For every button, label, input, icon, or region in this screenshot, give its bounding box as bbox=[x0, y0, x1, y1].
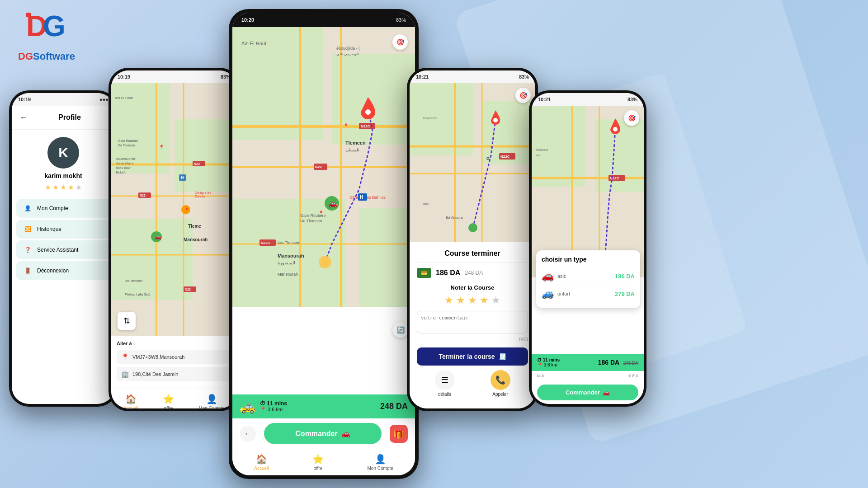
gift-button[interactable]: 🎁 bbox=[390, 425, 408, 443]
appeler-label: Appeler bbox=[492, 392, 508, 397]
directions-button[interactable]: ⇅ bbox=[118, 312, 136, 330]
price-main: 186 DA bbox=[436, 269, 460, 277]
menu-historique[interactable]: 🔀 Historique bbox=[16, 220, 110, 239]
status-bar-profile: 10:19 ●●● bbox=[12, 93, 115, 106]
price-old: 248 DA bbox=[465, 270, 483, 276]
nav-bar-map1: 🏠 Accueil ⭐ offre 👤 Mon Compte bbox=[111, 389, 237, 408]
locate-button-type[interactable]: 🎯 bbox=[624, 110, 639, 126]
svg-text:H: H bbox=[360, 195, 363, 200]
svg-text:🚗: 🚗 bbox=[328, 199, 337, 208]
menu-deconnexion[interactable]: 🚪 Déconnexion bbox=[16, 261, 110, 280]
type-commander-button[interactable]: Commander 🚗 bbox=[537, 385, 638, 400]
svg-text:📍: 📍 bbox=[343, 123, 349, 129]
nav-mon-compte[interactable]: 👤 Mon Compte bbox=[199, 394, 225, 408]
commander-button[interactable]: Commander 🚗 bbox=[264, 423, 382, 444]
svg-text:🚗: 🚗 bbox=[155, 233, 161, 240]
type-row-basic[interactable]: 🚗 asic 186 DA bbox=[542, 267, 635, 285]
avatar: K bbox=[47, 137, 79, 169]
rating-stars: ★ ★ ★ ★ ★ bbox=[417, 295, 528, 306]
appeler-button[interactable]: 📞 Appeler bbox=[491, 370, 510, 397]
menu-mon-compte[interactable]: 👤 Mon Compte bbox=[16, 199, 110, 218]
notch-area: 10:20 83% bbox=[232, 13, 415, 27]
details-label: détails bbox=[438, 392, 451, 397]
svg-text:en: en bbox=[536, 154, 540, 157]
dest-input-1[interactable]: 📍 VMJ7+3W8,Mansourah bbox=[117, 350, 231, 364]
svg-text:📍: 📍 bbox=[318, 210, 324, 216]
nav-offre[interactable]: ⭐ offre bbox=[163, 394, 174, 408]
nav-offre-main[interactable]: ⭐ offre bbox=[312, 454, 324, 471]
type-commander-row: Commander 🚗 bbox=[532, 381, 644, 404]
svg-point-69 bbox=[365, 109, 371, 115]
svg-rect-77 bbox=[410, 83, 473, 155]
status-bar-type: 10:21 83% bbox=[532, 93, 644, 106]
price-row: 💳 186 DA 248 DA bbox=[417, 268, 528, 278]
account-icon: 👤 bbox=[23, 203, 33, 213]
svg-text:H: H bbox=[181, 175, 184, 180]
back-button-main[interactable]: ← bbox=[240, 426, 256, 442]
modal-title: Course terminer bbox=[417, 249, 528, 263]
brand-name: DGSoftware bbox=[18, 51, 75, 62]
svg-text:Routiere: Routiere bbox=[423, 116, 437, 120]
comment-input[interactable] bbox=[417, 311, 528, 333]
phone-course: 10:21 83% G Routiere bbox=[407, 68, 538, 411]
time-display: 10:20 bbox=[241, 17, 254, 23]
svg-text:المنصورة: المنصورة bbox=[278, 260, 295, 266]
trip-info-bar: 🚕 ⏱ 11 mins 📍 3.6 km 248 DA bbox=[232, 394, 415, 418]
svg-rect-2 bbox=[26, 13, 31, 17]
menu-service-assistant[interactable]: ❓ Service Assistant bbox=[16, 240, 110, 259]
battery-display: 83% bbox=[396, 17, 406, 23]
nav-mon-compte-main[interactable]: 👤 Mon Compte bbox=[368, 454, 393, 471]
menu-label: Service Assistant bbox=[37, 247, 78, 253]
trip-distance: 📍 3.6 km bbox=[260, 407, 376, 413]
dest-text-2: 198,Cité Des Jasmin bbox=[132, 371, 179, 377]
refresh-button[interactable]: 🔄 bbox=[392, 322, 409, 338]
person-icon: 👤 bbox=[375, 454, 386, 465]
nav-accueil-main[interactable]: 🏠 Accueil bbox=[254, 454, 269, 471]
svg-text:N22C: N22C bbox=[261, 241, 270, 245]
locate-button-course[interactable]: 🎯 bbox=[515, 88, 531, 103]
svg-text:ثانوية ريبي علي: ثانوية ريبي علي bbox=[336, 52, 359, 56]
dest-input-2[interactable]: 🏢 198,Cité Des Jasmin bbox=[117, 367, 231, 381]
type-trip-price-old: 248 DA bbox=[623, 361, 638, 366]
svg-text:Tlemcen: Tlemcen bbox=[345, 140, 366, 145]
svg-text:N22: N22 bbox=[315, 165, 322, 169]
svg-text:Nouveau Pôle: Nouveau Pôle bbox=[116, 157, 136, 160]
svg-text:Plateau Lalla Setti: Plateau Lalla Setti bbox=[125, 293, 151, 296]
svg-text:Ain El Hout: Ain El Hout bbox=[115, 96, 133, 100]
back-button[interactable]: ← bbox=[17, 111, 30, 124]
logout-icon: 🚪 bbox=[23, 266, 33, 276]
svg-text:Abou Bakr: Abou Bakr bbox=[116, 166, 131, 169]
terminer-button[interactable]: Terminer la course 🧾 bbox=[417, 347, 528, 366]
nav-label: Mon Compte bbox=[368, 466, 393, 471]
status-bar-course: 10:21 83% bbox=[410, 70, 535, 83]
phone-main: 10:20 83% bbox=[229, 9, 419, 479]
type-price-confort: 279 DA bbox=[615, 291, 635, 297]
help-icon: ❓ bbox=[23, 245, 33, 255]
trip-price: 248 DA bbox=[380, 402, 408, 411]
nav-accueil[interactable]: 🏠 Accueil bbox=[123, 394, 138, 408]
type-panel-title: choisir un type bbox=[542, 256, 635, 263]
noter-label: Noter la Course bbox=[417, 284, 528, 291]
nav-label: Mon Compte bbox=[199, 406, 225, 408]
user-name: karim mokht bbox=[12, 172, 115, 179]
svg-text:ibis Tlemcen: ibis Tlemcen bbox=[278, 240, 300, 245]
svg-text:Mansourah: Mansourah bbox=[278, 253, 304, 258]
svg-text:تلمسان: تلمسان bbox=[345, 147, 359, 152]
type-row-confort[interactable]: 🚙 onfort 279 DA bbox=[542, 285, 635, 302]
svg-text:Mansourah: Mansourah bbox=[184, 237, 208, 242]
destination-form: Aller à : 📍 VMJ7+3W8,Mansourah 🏢 198,Cit… bbox=[111, 336, 237, 389]
svg-point-99 bbox=[613, 127, 618, 131]
home-icon: 🏠 bbox=[125, 394, 137, 404]
details-button[interactable]: ☰ détails bbox=[435, 370, 455, 397]
history-icon: 🔀 bbox=[23, 224, 33, 234]
confort-car-icon: 🚙 bbox=[542, 288, 554, 300]
course-map: G Routiere N22C ibis Ed Aboura 🎯 bbox=[410, 83, 535, 242]
svg-text:Ain El Hout: Ain El Hout bbox=[241, 41, 266, 46]
svg-text:Gare Routiere: Gare Routiere bbox=[118, 139, 138, 142]
destination-label: Aller à : bbox=[117, 341, 231, 346]
locate-button[interactable]: 🎯 bbox=[392, 34, 408, 50]
comment-count: 0/30 bbox=[417, 337, 528, 342]
svg-text:Belkaïd: Belkaïd bbox=[116, 171, 126, 174]
receipt-icon: 🧾 bbox=[499, 353, 506, 360]
status-bar-map1: 10:19 83% bbox=[111, 70, 237, 83]
